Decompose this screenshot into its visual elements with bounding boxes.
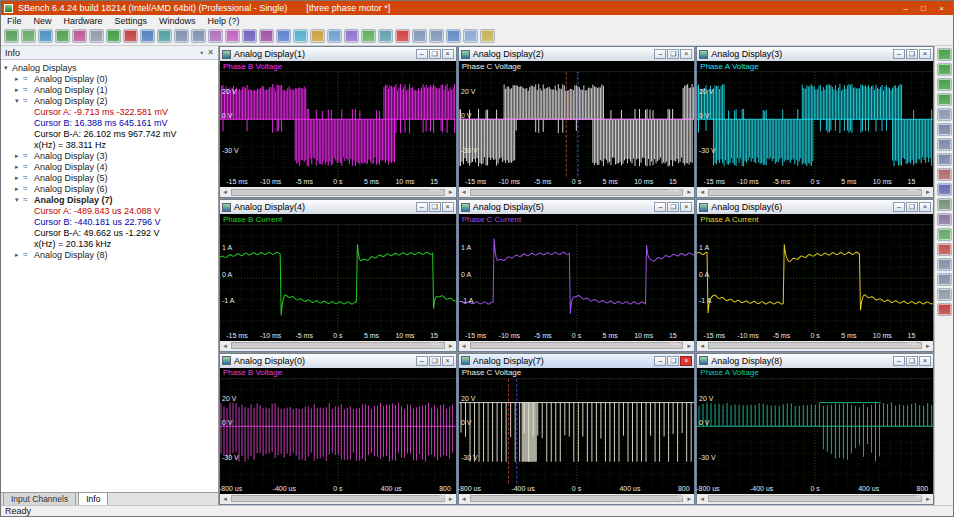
- minimize-icon[interactable]: –: [654, 202, 666, 212]
- display-titlebar[interactable]: Analog Display(4)–❏×: [220, 200, 456, 214]
- display-settings-icon[interactable]: [937, 288, 952, 301]
- minimize-icon[interactable]: –: [654, 356, 666, 366]
- tree-item[interactable]: ▸≈Analog Display (0): [1, 73, 218, 84]
- close-icon[interactable]: ×: [919, 49, 931, 59]
- tree-cursor-info[interactable]: Cursor B: 16.388 ms 645.161 mV: [1, 117, 218, 128]
- minimize-icon[interactable]: –: [897, 2, 914, 15]
- close-icon[interactable]: ×: [442, 49, 454, 59]
- tree-item[interactable]: ▸≈Analog Display (3): [1, 150, 218, 161]
- expander-icon[interactable]: ▸: [15, 185, 23, 193]
- expander-icon[interactable]: ▾: [4, 64, 12, 72]
- export-data-icon[interactable]: [361, 29, 376, 43]
- scroll-left-icon[interactable]: ◄: [459, 496, 469, 502]
- display-titlebar[interactable]: Analog Display(0)–❏×: [220, 354, 456, 368]
- display-titlebar[interactable]: Analog Display(8)–❏×: [697, 354, 933, 368]
- minimize-icon[interactable]: –: [416, 202, 428, 212]
- scroll-left-icon[interactable]: ◄: [697, 189, 707, 195]
- xy-display-icon[interactable]: [276, 29, 291, 43]
- stop-acquisition-icon[interactable]: [123, 29, 138, 43]
- close-display-icon[interactable]: [937, 303, 952, 316]
- title-bar[interactable]: SBench 6.4.24 build 18214 (Intel/AMD 64b…: [1, 1, 953, 15]
- menu-file[interactable]: File: [1, 16, 28, 26]
- menu-windows[interactable]: Windows: [153, 16, 202, 26]
- close-icon[interactable]: ×: [680, 202, 692, 212]
- minimize-icon[interactable]: –: [416, 49, 428, 59]
- horizontal-scrollbar[interactable]: ◄►: [220, 341, 456, 351]
- scroll-left-icon[interactable]: ◄: [220, 343, 230, 349]
- maximize-icon[interactable]: ❏: [429, 49, 441, 59]
- scrollbar-thumb[interactable]: [470, 342, 684, 349]
- tile-windows-icon[interactable]: [412, 29, 427, 43]
- horizontal-scrollbar[interactable]: ◄►: [220, 187, 456, 197]
- waveform-plot[interactable]: 20 V0 V-30 V: [697, 379, 933, 485]
- maximize-icon[interactable]: □: [915, 2, 932, 15]
- scroll-left-icon[interactable]: ◄: [697, 496, 707, 502]
- save-project-icon[interactable]: [38, 29, 53, 43]
- zoom-in-icon[interactable]: [174, 29, 189, 43]
- settings-icon[interactable]: [89, 29, 104, 43]
- expander-icon[interactable]: ▸: [15, 163, 23, 171]
- tree-item[interactable]: ▸≈Analog Display (4): [1, 161, 218, 172]
- xy-display-icon[interactable]: [937, 93, 952, 106]
- scrollbar-thumb[interactable]: [470, 495, 684, 502]
- channel-mixer-icon[interactable]: [72, 29, 87, 43]
- new-project-icon[interactable]: [4, 29, 19, 43]
- digital-display-icon[interactable]: [242, 29, 257, 43]
- horizontal-scrollbar[interactable]: ◄►: [697, 494, 933, 504]
- open-project-icon[interactable]: [21, 29, 36, 43]
- menu-settings[interactable]: Settings: [109, 16, 154, 26]
- scrollbar-thumb[interactable]: [708, 495, 922, 502]
- grid-toggle-icon[interactable]: [937, 198, 952, 211]
- expander-icon[interactable]: ▸: [15, 174, 23, 182]
- tab-input-channels[interactable]: Input Channels: [3, 492, 76, 505]
- tree-cursor-info[interactable]: x(Hz) = 38.311 Hz: [1, 139, 218, 150]
- single-shot-icon[interactable]: [140, 29, 155, 43]
- expander-icon[interactable]: ▾: [15, 196, 23, 204]
- scrollbar-thumb[interactable]: [708, 189, 922, 196]
- tree-cursor-info[interactable]: Cursor B: -440.181 us 22.796 V: [1, 216, 218, 227]
- move-down-icon[interactable]: [937, 273, 952, 286]
- display-titlebar[interactable]: Analog Display(2)–❏×: [459, 47, 695, 61]
- move-up-icon[interactable]: [937, 258, 952, 271]
- waveform-plot[interactable]: 20 V0 V-30 V: [459, 72, 695, 178]
- scrollbar-thumb[interactable]: [231, 342, 445, 349]
- horizontal-scrollbar[interactable]: ◄►: [697, 341, 933, 351]
- horizontal-scrollbar[interactable]: ◄►: [220, 494, 456, 504]
- menu-help[interactable]: Help (?): [202, 16, 246, 26]
- scroll-left-icon[interactable]: ◄: [459, 343, 469, 349]
- minimize-icon[interactable]: –: [654, 49, 666, 59]
- minimize-icon[interactable]: –: [893, 202, 905, 212]
- tree-item[interactable]: ▾≈Analog Display (2): [1, 95, 218, 106]
- tree-item[interactable]: ▸≈Analog Display (6): [1, 183, 218, 194]
- info-pane-icon[interactable]: [463, 29, 478, 43]
- scroll-left-icon[interactable]: ◄: [697, 343, 707, 349]
- scrollbar-thumb[interactable]: [470, 189, 684, 196]
- analog-display-icon[interactable]: [225, 29, 240, 43]
- pin-icon[interactable]: ▪: [200, 48, 203, 57]
- add-display-icon[interactable]: [293, 29, 308, 43]
- cursor-tool-icon[interactable]: [208, 29, 223, 43]
- horizontal-scrollbar[interactable]: ◄►: [459, 494, 695, 504]
- tree-item[interactable]: ▾≈Analog Display (7): [1, 194, 218, 205]
- maximize-icon[interactable]: ❏: [667, 356, 679, 366]
- horizontal-scrollbar[interactable]: ◄►: [459, 187, 695, 197]
- scrollbar-thumb[interactable]: [231, 189, 445, 196]
- cursor-b-icon[interactable]: [937, 183, 952, 196]
- maximize-icon[interactable]: ❏: [906, 202, 918, 212]
- waveform-plot[interactable]: 20 V0 V-30 V: [220, 72, 456, 178]
- zoom-window-icon[interactable]: [937, 153, 952, 166]
- expander-icon[interactable]: ▸: [15, 152, 23, 160]
- scroll-left-icon[interactable]: ◄: [220, 496, 230, 502]
- fft-calc-icon[interactable]: [344, 29, 359, 43]
- display-titlebar[interactable]: Analog Display(6)–❏×: [697, 200, 933, 214]
- maximize-icon[interactable]: ❏: [429, 202, 441, 212]
- spectrum-display-icon[interactable]: [937, 78, 952, 91]
- add-channel-icon[interactable]: [937, 228, 952, 241]
- maximize-icon[interactable]: ❏: [906, 356, 918, 366]
- analog-display-icon[interactable]: [937, 48, 952, 61]
- display-titlebar[interactable]: Analog Display(3)–❏×: [697, 47, 933, 61]
- zoom-out-icon[interactable]: [191, 29, 206, 43]
- tree-cursor-info[interactable]: Cursor A: -9.713 ms -322.581 mV: [1, 106, 218, 117]
- cursor-a-icon[interactable]: [937, 168, 952, 181]
- display-titlebar[interactable]: Analog Display(1)–❏×: [220, 47, 456, 61]
